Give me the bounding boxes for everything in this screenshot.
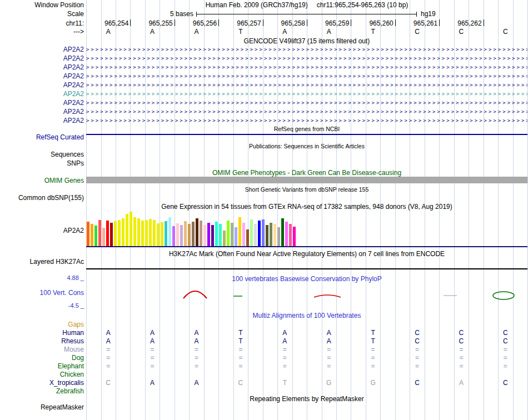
gtex-expression-bar[interactable] [91,224,93,246]
gtex-expression-bar[interactable] [122,218,124,246]
sequences-track-label[interactable]: Sequences [0,151,84,158]
gtex-expression-bar[interactable] [102,228,105,246]
gtex-expression-bar[interactable] [266,225,268,246]
gtex-expression-bar[interactable] [176,223,179,246]
gtex-expression-bar[interactable] [192,222,195,246]
gencode-gene-label[interactable]: AP2A2 [0,90,84,98]
gtex-expression-bar[interactable] [293,227,296,246]
gtex-expression-bar[interactable] [110,223,113,246]
gtex-expression-bar[interactable] [165,221,167,246]
gencode-transcript-row[interactable]: >>>>>>>>>>>>>>>>>>>>>>>>>>>>>>>>>>>>>>>>… [86,56,527,62]
gtex-expression-bar[interactable] [207,223,210,246]
gtex-expression-bar[interactable] [242,223,245,246]
gtex-expression-bar[interactable] [231,223,233,246]
gtex-expression-bar[interactable] [98,220,101,246]
gtex-expression-bar[interactable] [250,219,253,246]
repeatmasker-track-label[interactable]: RepeatMasker [0,403,84,411]
gtex-expression-bar[interactable] [184,221,187,246]
gencode-transcript-row[interactable]: >>>>>>>>>>>>>>>>>>>>>>>>>>>>>>>>>>>>>>>>… [86,82,527,88]
gtex-expression-bar[interactable] [270,223,272,246]
gtex-expression-bar[interactable] [219,224,222,246]
gtex-expression-bar[interactable] [258,221,261,246]
gtex-expression-bar[interactable] [277,227,280,246]
species-label-chicken[interactable]: Chicken [0,371,84,378]
conservation-track-label[interactable]: 100 Vert. Cons [0,289,84,297]
gtex-expression-bar[interactable] [188,224,191,246]
gtex-expression-bar[interactable] [149,219,152,246]
gtex-expression-bar[interactable] [254,224,257,246]
alignment-base: G [367,379,378,387]
species-label-x_tropicalis[interactable]: X_tropicalis [0,379,84,387]
species-label-dog[interactable]: Dog [0,354,84,362]
gtex-expression-bar[interactable] [168,217,171,246]
refseq-curated-label[interactable]: RefSeq Curated [0,133,84,141]
gtex-gene-label[interactable]: AP2A2 [0,227,84,234]
refseq-curated-item[interactable] [86,134,527,135]
gencode-gene-label[interactable]: AP2A2 [0,46,84,53]
gtex-expression-bar[interactable] [273,224,276,246]
gencode-gene-label[interactable]: AP2A2 [0,63,84,71]
omim-genes-label[interactable]: OMIM Genes [0,177,84,184]
gencode-transcript-row[interactable]: >>>>>>>>>>>>>>>>>>>>>>>>>>>>>>>>>>>>>>>>… [86,47,527,53]
gencode-gene-label[interactable]: AP2A2 [0,81,84,89]
gtex-expression-bar[interactable] [235,227,237,246]
gtex-expression-bar[interactable] [285,222,288,246]
gencode-gene-label[interactable]: AP2A2 [0,54,84,62]
omim-track-bar[interactable] [86,177,527,183]
species-label-zebrafish[interactable]: Zebrafish [0,387,84,395]
gtex-expression-bar[interactable] [133,217,136,246]
ruler-base: A [103,28,114,36]
ruler-base: T [367,28,378,36]
species-label-elephant[interactable]: Elephant [0,362,84,370]
gtex-expression-bar[interactable] [126,214,128,246]
conservation-graph[interactable] [86,281,527,309]
gtex-expression-bar[interactable] [137,218,140,246]
ruler-tick [218,19,219,26]
gencode-gene-label[interactable]: AP2A2 [0,99,84,107]
species-label-gaps[interactable]: Gaps [0,321,84,328]
gtex-expression-bar[interactable] [262,219,265,246]
ruler-position-label: 965,260 [353,19,393,27]
gtex-expression-bar[interactable] [211,225,214,246]
gencode-transcript-row[interactable]: >>>>>>>>>>>>>>>>>>>>>>>>>>>>>>>>>>>>>>>>… [86,100,527,106]
gencode-transcript-row[interactable]: >>>>>>>>>>>>>>>>>>>>>>>>>>>>>>>>>>>>>>>>… [86,109,527,115]
gtex-expression-bar[interactable] [161,222,163,246]
gtex-expression-bar[interactable] [203,225,206,246]
gtex-expression-bar[interactable] [281,218,284,246]
gencode-gene-label[interactable]: AP2A2 [0,72,84,80]
gtex-expression-bar[interactable] [227,221,230,246]
gtex-expression-bar[interactable] [215,222,218,246]
gtex-expression-bar[interactable] [145,220,148,246]
gtex-expression-bar[interactable] [114,221,117,246]
gtex-expression-bar[interactable] [180,225,183,246]
gtex-expression-bar[interactable] [157,223,160,246]
gencode-gene-label[interactable]: AP2A2 [0,117,84,124]
gtex-expression-bar[interactable] [246,229,249,246]
multiz-track-title: Multiz Alignments of 100 Vertebrates [86,312,527,319]
gencode-transcript-row[interactable]: >>>>>>>>>>>>>>>>>>>>>>>>>>>>>>>>>>>>>>>>… [86,91,527,97]
species-label-mouse[interactable]: Mouse [0,346,84,353]
gtex-expression-bar[interactable] [196,218,198,246]
gencode-gene-label[interactable]: AP2A2 [0,108,84,116]
snps-track-label[interactable]: SNPs [0,159,84,167]
gencode-transcript-row[interactable]: >>>>>>>>>>>>>>>>>>>>>>>>>>>>>>>>>>>>>>>>… [86,118,527,124]
alignment-base: T [367,329,378,337]
dbsnp-track-label[interactable]: Common dbSNP(155) [0,194,84,202]
gtex-expression-bar[interactable] [289,224,292,246]
gtex-expression-bar[interactable] [153,220,156,246]
gtex-expression-bar[interactable] [87,222,89,246]
gtex-expression-bar[interactable] [200,221,202,246]
species-label-rhesus[interactable]: Rhesus [0,337,84,345]
gencode-transcript-row[interactable]: >>>>>>>>>>>>>>>>>>>>>>>>>>>>>>>>>>>>>>>>… [86,73,527,79]
gtex-expression-bar[interactable] [141,221,144,246]
gencode-transcript-row[interactable]: >>>>>>>>>>>>>>>>>>>>>>>>>>>>>>>>>>>>>>>>… [86,64,527,71]
gtex-expression-bar[interactable] [238,217,241,246]
gtex-expression-bar[interactable] [94,226,97,246]
species-label-human[interactable]: Human [0,329,84,337]
gtex-expression-bar[interactable] [106,221,109,246]
gtex-expression-bar[interactable] [172,226,175,246]
gtex-expression-bar[interactable] [118,220,121,246]
h3k27ac-track-label[interactable]: Layered H3K27Ac [0,258,84,266]
gtex-expression-bar[interactable] [223,231,226,246]
gtex-expression-bar[interactable] [129,212,132,246]
